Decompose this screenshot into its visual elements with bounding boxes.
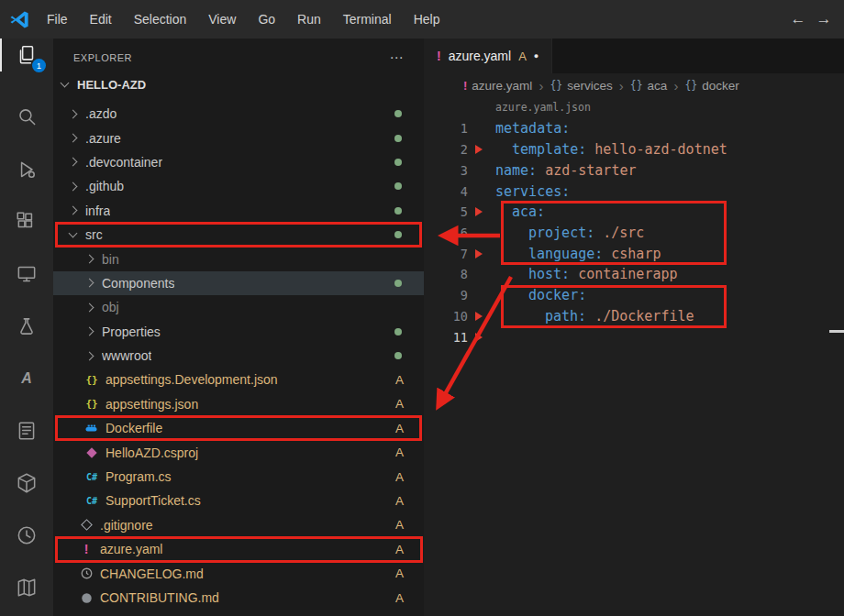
code-line[interactable]: 4services:: [424, 181, 844, 202]
tree-item-wwwroot[interactable]: wwwroot: [53, 344, 424, 368]
testing-beaker-icon[interactable]: [0, 314, 53, 339]
unsaved-dot-icon[interactable]: ●: [534, 51, 539, 60]
line-number[interactable]: 2: [424, 142, 468, 157]
history-icon[interactable]: [0, 522, 53, 548]
vscode-logo-icon: [9, 9, 30, 30]
tree-item-gitignore[interactable]: .gitignoreA: [53, 513, 424, 537]
menu-view[interactable]: View: [197, 12, 247, 27]
tree-item-components[interactable]: Components: [53, 271, 424, 295]
chevron-down-icon: [61, 79, 70, 88]
json-icon: {}: [84, 397, 99, 412]
navigate-forward-icon[interactable]: →: [811, 10, 837, 28]
navigate-back-icon[interactable]: ←: [785, 10, 811, 28]
breadcrumb-docker[interactable]: {}docker: [684, 79, 738, 93]
code-line[interactable]: 8host:containerapp: [424, 264, 844, 285]
chevron-right-icon: [69, 134, 78, 143]
menu-run[interactable]: Run: [286, 12, 332, 27]
git-status-badge: A: [395, 446, 404, 459]
red-line-marker: [475, 249, 483, 258]
tree-item-azdo[interactable]: .azdo: [53, 102, 424, 126]
menu-go[interactable]: Go: [247, 12, 286, 27]
git-status-badge: A: [395, 422, 404, 435]
run-debug-icon[interactable]: [0, 157, 53, 182]
schema-lens[interactable]: azure.yaml.json: [495, 101, 591, 114]
csharp-icon: C#: [84, 493, 99, 508]
menu-help[interactable]: Help: [403, 12, 451, 27]
chevron-separator-icon: ›: [619, 78, 624, 94]
tree-item-infra[interactable]: infra: [53, 199, 424, 223]
code-line[interactable]: 9docker:: [424, 285, 844, 306]
remote-explorer-icon[interactable]: [0, 261, 53, 287]
chevron-right-icon: [85, 279, 94, 288]
git-status-badge: A: [395, 518, 404, 532]
line-number[interactable]: 3: [424, 163, 468, 178]
line-number[interactable]: 1: [424, 121, 468, 136]
tree-item-obj[interactable]: obj: [53, 295, 424, 319]
tree-item-appsettings[interactable]: {}appsettings.jsonA: [53, 392, 424, 416]
code-line[interactable]: 5aca:: [424, 202, 844, 223]
code-line[interactable]: 7language:csharp: [424, 243, 844, 264]
extensions-icon[interactable]: [0, 209, 53, 235]
tree-item-azure-yaml[interactable]: !azure.yamlA: [53, 537, 424, 561]
contributor-icon: [79, 590, 94, 605]
code-line[interactable]: 2template:hello-azd-dotnet: [424, 139, 844, 160]
line-number[interactable]: 9: [424, 288, 468, 302]
chevron-right-icon: [85, 302, 94, 312]
tree-item-program-cs[interactable]: C#Program.csA: [53, 465, 424, 489]
tree-item-changelog[interactable]: CHANGELOG.mdA: [53, 561, 424, 585]
line-number[interactable]: 8: [424, 267, 468, 281]
containers-icon[interactable]: [0, 470, 53, 496]
azure-icon[interactable]: A: [0, 366, 53, 391]
tree-item-csproj[interactable]: HelloAZD.csprojA: [53, 440, 424, 464]
tree-item-license[interactable]: LICENSE.md: [53, 610, 424, 616]
code-line[interactable]: 1metadata:: [424, 118, 844, 139]
line-number[interactable]: 7: [424, 247, 468, 261]
release-notes-icon[interactable]: [0, 418, 53, 444]
explorer-title: EXPLORER: [73, 52, 132, 63]
object-icon: {}: [684, 79, 697, 92]
object-icon: {}: [630, 79, 643, 92]
git-change-dot: [394, 182, 402, 190]
line-number[interactable]: 5: [424, 204, 468, 219]
tree-item-supportticket-cs[interactable]: C#SupportTicket.csA: [53, 489, 424, 512]
breadcrumb-aca[interactable]: {}aca: [630, 79, 668, 93]
tree-item-bin[interactable]: bin: [53, 247, 424, 270]
menu-edit[interactable]: Edit: [79, 12, 123, 27]
map-icon[interactable]: [0, 575, 53, 600]
tab-azure-yaml[interactable]: ! azure.yaml A ●: [424, 38, 552, 73]
git-change-dot: [394, 207, 402, 214]
csharp-icon: C#: [84, 469, 99, 484]
line-number[interactable]: 4: [424, 184, 468, 199]
breadcrumb-file[interactable]: !azure.yaml: [463, 79, 532, 93]
explorer-sidebar: EXPLORER ⋯ HELLO-AZD .azdo .azure .devco…: [53, 38, 424, 616]
git-status-badge: A: [395, 566, 404, 580]
line-number[interactable]: 11: [424, 330, 468, 345]
tree-item-github[interactable]: .github: [53, 174, 424, 198]
clock-icon: [79, 566, 94, 581]
tree-item-azure[interactable]: .azure: [53, 126, 424, 149]
git-status-badge: A: [395, 543, 404, 556]
menu-file[interactable]: File: [36, 12, 79, 27]
vscode-window: File Edit Selection View Go Run Terminal…: [0, 0, 844, 616]
tree-item-devcontainer[interactable]: .devcontainer: [53, 150, 424, 174]
search-icon[interactable]: [0, 104, 53, 130]
git-status-badge: A: [395, 397, 404, 411]
tree-item-properties[interactable]: Properties: [53, 320, 424, 344]
workspace-root[interactable]: HELLO-AZD: [53, 72, 424, 97]
code-line[interactable]: 10path:./Dockerfile: [424, 305, 844, 326]
explorer-icon[interactable]: 1: [0, 42, 53, 68]
title-bar: File Edit Selection View Go Run Terminal…: [0, 0, 844, 38]
tree-item-dockerfile[interactable]: DockerfileA: [53, 416, 424, 440]
tree-item-contributing[interactable]: CONTRIBUTING.mdA: [53, 586, 424, 610]
code-line[interactable]: 11: [424, 326, 844, 347]
menu-selection[interactable]: Selection: [123, 12, 198, 27]
line-number[interactable]: 6: [424, 226, 468, 240]
more-actions-icon[interactable]: ⋯: [390, 50, 405, 66]
breadcrumb-services[interactable]: {}services: [550, 79, 612, 93]
code-line[interactable]: 6project:./src: [424, 223, 844, 244]
tree-item-appsettings-dev[interactable]: {}appsettings.Development.jsonA: [53, 368, 424, 391]
tree-item-src[interactable]: src: [53, 223, 424, 247]
line-number[interactable]: 10: [424, 309, 468, 324]
code-line[interactable]: 3name:azd-starter: [424, 160, 844, 181]
menu-terminal[interactable]: Terminal: [332, 12, 403, 27]
